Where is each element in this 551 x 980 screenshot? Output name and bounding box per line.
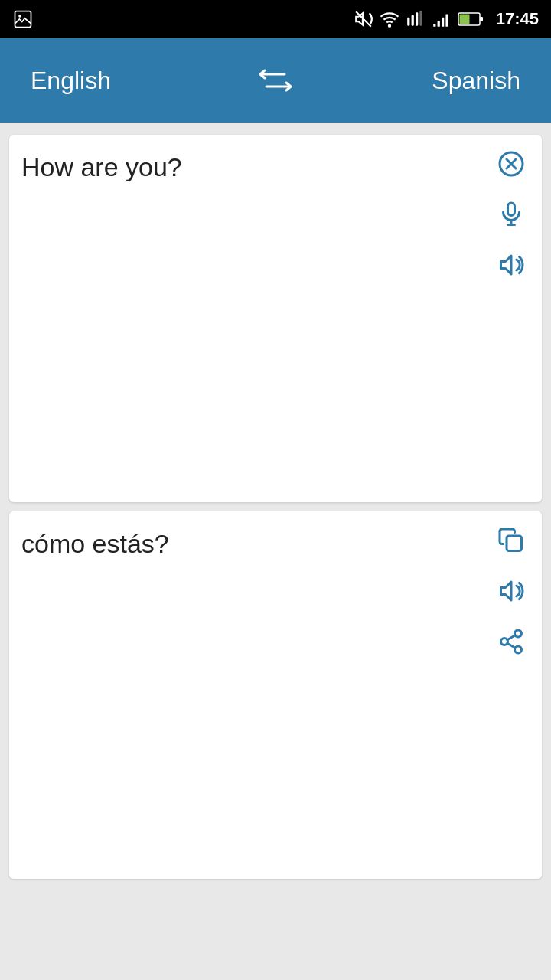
source-language-label[interactable]: English [31, 67, 168, 95]
svg-rect-10 [445, 15, 448, 27]
svg-rect-8 [437, 21, 439, 27]
source-speak-button[interactable] [493, 247, 530, 283]
result-text: cómo estás? [21, 527, 530, 864]
svg-rect-9 [442, 18, 444, 27]
svg-rect-17 [508, 203, 515, 216]
wifi-icon [380, 9, 399, 29]
svg-rect-13 [459, 15, 469, 24]
svg-point-2 [389, 25, 390, 27]
svg-rect-12 [480, 17, 483, 21]
result-card: cómo estás? [9, 511, 542, 879]
source-card-actions [493, 145, 530, 283]
result-speak-button[interactable] [493, 573, 530, 609]
signal-icon [432, 9, 452, 29]
share-button[interactable] [493, 623, 530, 660]
battery-icon [458, 11, 484, 27]
svg-rect-7 [433, 24, 435, 27]
svg-point-1 [18, 15, 21, 18]
svg-rect-6 [419, 11, 422, 25]
copy-button[interactable] [493, 522, 530, 559]
svg-rect-0 [15, 11, 31, 28]
swap-languages-button[interactable] [257, 67, 294, 94]
status-bar: 17:45 [0, 0, 551, 38]
svg-line-25 [507, 635, 515, 640]
svg-line-24 [507, 643, 515, 648]
content-area: How are you? [0, 122, 551, 891]
svg-rect-5 [416, 12, 418, 25]
svg-rect-4 [411, 15, 413, 26]
source-card: How are you? [9, 135, 542, 502]
target-language-label[interactable]: Spanish [383, 67, 520, 95]
image-icon [12, 8, 34, 30]
result-card-actions [493, 522, 530, 660]
microphone-button[interactable] [493, 196, 530, 233]
data-icon [406, 9, 425, 29]
status-bar-left [12, 8, 347, 30]
clear-button[interactable] [493, 145, 530, 182]
svg-rect-20 [507, 536, 522, 551]
app-bar: English Spanish [0, 38, 551, 122]
svg-rect-3 [407, 18, 409, 26]
mute-icon [354, 9, 373, 29]
source-text[interactable]: How are you? [21, 150, 530, 487]
status-time: 17:45 [496, 9, 539, 29]
